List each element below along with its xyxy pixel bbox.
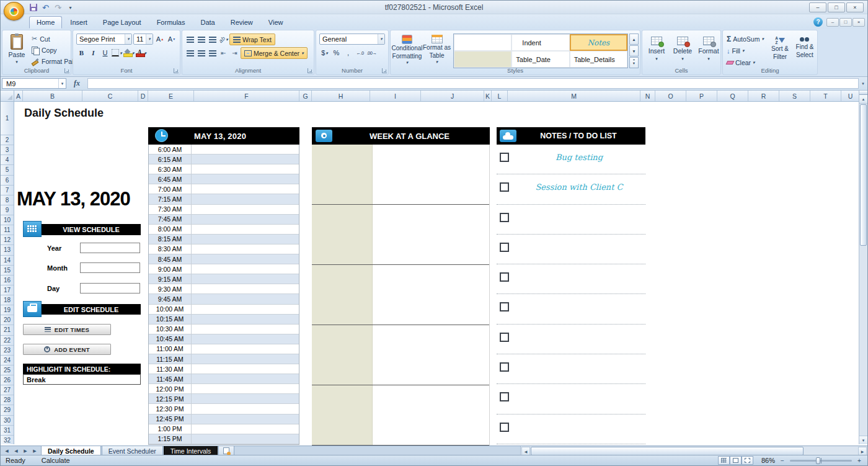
vertical-scroll-thumb[interactable] [860,104,867,246]
note-checkbox-7[interactable] [500,333,509,342]
row-header-31[interactable]: 31 [1,426,14,436]
delete-cells-button[interactable]: Delete▾ [670,33,695,70]
note-checkbox-5[interactable] [500,272,509,282]
zoom-slider-thumb[interactable] [816,457,820,464]
column-header-l[interactable]: L [492,91,508,101]
column-header-i[interactable]: I [370,91,421,101]
row-header-26[interactable]: 26 [1,375,14,385]
align-middle-button[interactable] [196,34,206,45]
cell-style-table-details[interactable]: Table_Details [570,51,627,68]
first-sheet-button[interactable]: ◀ [2,447,11,455]
row-header-8[interactable]: 8 [1,195,14,205]
maximize-button[interactable]: □ [828,2,845,12]
borders-button[interactable]: ▾ [112,47,122,58]
ribbon-tab-insert[interactable]: Insert [63,16,95,29]
close-button[interactable]: × [846,2,864,12]
field-input-day[interactable] [80,283,140,293]
row-header-22[interactable]: 22 [1,336,14,346]
sort-filter-button[interactable]: AZ Sort & Filter [768,33,792,71]
accounting-format-button[interactable]: $▾ [319,47,330,58]
comma-style-button[interactable]: , [343,47,353,58]
font-size-combo[interactable]: 11▾ [133,34,153,45]
align-right-button[interactable] [207,48,218,59]
row-header-10[interactable]: 10 [1,215,14,225]
office-button[interactable] [4,2,24,20]
ribbon-tab-formulas[interactable]: Formulas [149,16,193,29]
time-slot-cell[interactable] [192,174,299,184]
workbook-close-button[interactable]: × [852,18,865,27]
time-slot-cell[interactable] [192,155,299,164]
font-dialog-launcher[interactable] [174,68,179,73]
time-slot-cell[interactable] [192,184,299,194]
workbook-minimize-button[interactable]: – [826,18,839,27]
fill-color-button[interactable]: ▾ [123,47,135,58]
note-checkbox-10[interactable] [500,423,509,432]
time-slot-cell[interactable] [192,215,299,224]
column-header-e[interactable]: E [148,91,194,101]
conditional-formatting-button[interactable]: Conditional Formatting ▾ [392,33,422,71]
align-top-button[interactable] [185,34,195,45]
column-header-o[interactable]: O [655,91,686,101]
row-header-23[interactable]: 23 [1,346,14,356]
column-header-j[interactable]: J [421,91,484,101]
time-slot-cell[interactable] [192,414,299,424]
column-header-p[interactable]: P [686,91,717,101]
time-slot-cell[interactable] [192,384,299,393]
note-checkbox-3[interactable] [500,213,509,222]
scroll-right-button[interactable]: ▶ [858,447,867,455]
row-header-28[interactable]: 28 [1,395,14,405]
time-slot-cell[interactable] [192,274,299,284]
column-header-a[interactable]: A [14,91,23,101]
clear-button[interactable]: Clear▾ [725,57,765,68]
alignment-dialog-launcher[interactable] [308,68,312,73]
page-break-view-button[interactable] [742,456,753,465]
align-left-button[interactable] [185,48,195,59]
zoom-in-button[interactable]: + [856,457,862,464]
align-bottom-button[interactable] [207,34,218,45]
select-all-corner[interactable] [1,91,14,102]
shrink-font-button[interactable]: A▾ [166,34,177,45]
decrease-decimal-button[interactable]: .00→ [366,47,377,58]
gallery-up-button[interactable]: ▲ [629,34,639,45]
column-header-b[interactable]: B [23,91,82,101]
column-header-u[interactable]: U [841,91,859,101]
cell-style-indent[interactable]: Indent [512,34,569,51]
cell-style-blank-0[interactable] [454,34,512,51]
time-slot-cell[interactable] [192,235,299,244]
note-checkbox-6[interactable] [500,302,509,311]
column-header-r[interactable]: R [748,91,779,101]
row-header-17[interactable]: 17 [1,285,14,295]
help-button[interactable]: ? [813,17,823,27]
time-slot-cell[interactable] [192,325,299,334]
column-header-k[interactable]: K [484,91,492,101]
field-input-month[interactable] [80,262,140,273]
ribbon-tab-view[interactable]: View [261,16,291,29]
vertical-scrollbar[interactable]: ▲ ▼ [859,91,867,444]
time-slot-cell[interactable] [192,305,299,314]
row-header-19[interactable]: 19 [1,305,14,315]
worksheet[interactable]: Daily Schedule MAY 13, 2020 VIEW SCHEDUL… [14,102,860,446]
row-header-25[interactable]: 25 [1,365,14,375]
column-header-h[interactable]: H [312,91,370,101]
zoom-slider[interactable] [790,460,852,462]
row-header-3[interactable]: 3 [1,145,14,155]
time-slot-cell[interactable] [192,404,299,413]
cell-style-table-date[interactable]: Table_Date [512,51,569,68]
column-header-f[interactable]: F [194,91,299,101]
week-day-block-3[interactable] [312,265,489,325]
autosum-button[interactable]: ΣAutoSum▾ [725,34,765,44]
time-slot-cell[interactable] [192,254,299,264]
decrease-indent-button[interactable]: ⇤ [218,48,229,59]
time-slot-cell[interactable] [192,424,299,434]
cell-name-box[interactable]: M9▾ [2,78,66,89]
time-slot-cell[interactable] [192,294,299,303]
merge-center-button[interactable]: Merge & Center▾ [241,47,308,59]
row-header-29[interactable]: 29 [1,405,14,415]
column-header-m[interactable]: M [508,91,640,101]
underline-button[interactable]: U [100,47,110,58]
column-header-d[interactable]: D [138,91,148,101]
time-slot-cell[interactable] [192,145,299,154]
row-header-32[interactable]: 32 [1,436,14,444]
time-slot-cell[interactable] [192,244,299,254]
time-slot-cell[interactable] [192,315,299,324]
